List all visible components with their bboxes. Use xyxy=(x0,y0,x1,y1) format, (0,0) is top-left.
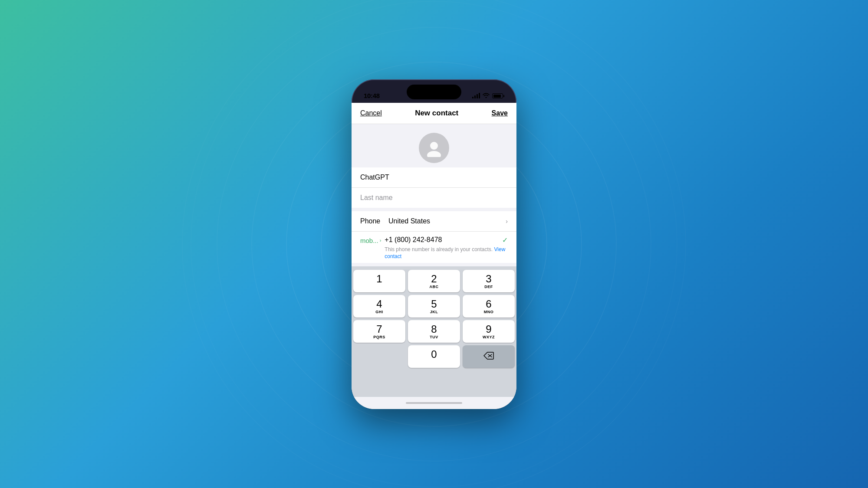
keyboard-row-1: 1 2 ABC 3 DEF xyxy=(353,270,515,292)
key-0-letters xyxy=(433,360,434,364)
battery-icon xyxy=(492,93,504,98)
key-5[interactable]: 5 JKL xyxy=(408,295,460,318)
key-1[interactable]: 1 xyxy=(353,270,405,292)
phone-type-selector[interactable]: mob... › xyxy=(360,236,381,244)
status-time: 10:48 xyxy=(364,92,380,99)
first-name-input[interactable] xyxy=(360,174,508,181)
phone-frame: 10:48 xyxy=(352,79,516,409)
mob-chevron-icon: › xyxy=(380,238,381,243)
key-4-number: 4 xyxy=(376,299,382,309)
backspace-button[interactable] xyxy=(463,345,515,368)
key-0[interactable]: 0 xyxy=(408,345,460,368)
status-icons xyxy=(472,93,504,99)
battery-body xyxy=(492,93,503,98)
country-row[interactable]: Phone United States › xyxy=(352,211,516,232)
keyboard-row-3: 7 PQRS 8 TUV 9 WXYZ xyxy=(353,320,515,343)
key-2-letters: ABC xyxy=(430,285,439,289)
signal-bar-1 xyxy=(472,97,473,98)
phone-number-display: +1 (800) 242-8478 ✓ xyxy=(385,236,508,244)
save-button[interactable]: Save xyxy=(492,109,508,117)
chevron-right-icon: › xyxy=(506,218,508,225)
avatar-area xyxy=(352,124,516,167)
key-9-number: 9 xyxy=(486,324,491,334)
key-3-letters: DEF xyxy=(484,285,493,289)
phone-number-text: +1 (800) 242-8478 xyxy=(385,236,442,244)
phone-label: Phone xyxy=(360,217,384,225)
key-8[interactable]: 8 TUV xyxy=(408,320,460,343)
phone-screen: Cancel New contact Save xyxy=(352,103,516,409)
key-6[interactable]: 6 MNO xyxy=(463,295,515,318)
key-5-letters: JKL xyxy=(430,310,438,314)
key-3-number: 3 xyxy=(486,274,491,284)
key-2[interactable]: 2 ABC xyxy=(408,270,460,292)
mob-label-text: mob... xyxy=(360,237,378,244)
key-8-number: 8 xyxy=(431,324,437,334)
name-form-section xyxy=(352,167,516,208)
key-0-number: 0 xyxy=(431,349,437,360)
key-1-number: 1 xyxy=(376,274,382,284)
phone-section: Phone United States › mob... › +1 (800) … xyxy=(352,211,516,263)
phone-duplicate-warning: This phone number is already in your con… xyxy=(385,246,508,261)
avatar xyxy=(419,133,449,163)
last-name-input[interactable] xyxy=(360,194,508,202)
svg-point-9 xyxy=(427,151,441,157)
key-1-letters xyxy=(378,285,380,289)
top-bar: Cancel New contact Save xyxy=(352,103,516,124)
signal-bars-icon xyxy=(472,93,480,98)
dynamic-island xyxy=(407,85,461,99)
key-4[interactable]: 4 GHI xyxy=(353,295,405,318)
key-3[interactable]: 3 DEF xyxy=(463,270,515,292)
signal-bar-3 xyxy=(477,94,478,98)
svg-point-8 xyxy=(430,142,438,150)
home-bar xyxy=(406,402,462,404)
key-empty xyxy=(353,345,405,368)
warning-text: This phone number is already in your con… xyxy=(385,246,493,252)
backspace-icon xyxy=(483,352,494,362)
checkmark-icon: ✓ xyxy=(502,236,508,244)
phone-number-row: mob... › +1 (800) 242-8478 ✓ This phone … xyxy=(352,232,516,263)
numeric-keyboard: 1 2 ABC 3 DEF 4 GHI 5 xyxy=(352,266,516,396)
key-2-number: 2 xyxy=(431,274,437,284)
key-9[interactable]: 9 WXYZ xyxy=(463,320,515,343)
last-name-field[interactable] xyxy=(352,188,516,208)
key-7-number: 7 xyxy=(376,324,382,334)
wifi-icon xyxy=(483,93,490,99)
first-name-field[interactable] xyxy=(352,167,516,188)
key-6-number: 6 xyxy=(486,299,491,309)
key-4-letters: GHI xyxy=(375,310,383,314)
key-5-number: 5 xyxy=(431,299,437,309)
key-7-letters: PQRS xyxy=(373,335,385,339)
cancel-button[interactable]: Cancel xyxy=(360,109,382,117)
country-selector[interactable]: United States › xyxy=(388,217,508,225)
keyboard-row-2: 4 GHI 5 JKL 6 MNO xyxy=(353,295,515,318)
signal-bar-4 xyxy=(479,93,480,98)
signal-bar-2 xyxy=(474,95,476,98)
battery-tip xyxy=(503,95,504,97)
key-9-letters: WXYZ xyxy=(483,335,495,339)
key-7[interactable]: 7 PQRS xyxy=(353,320,405,343)
phone-number-right: +1 (800) 242-8478 ✓ This phone number is… xyxy=(385,236,508,261)
country-name: United States xyxy=(388,217,430,225)
battery-fill xyxy=(493,95,501,98)
key-6-letters: MNO xyxy=(484,310,494,314)
key-8-letters: TUV xyxy=(430,335,438,339)
home-indicator xyxy=(352,397,516,409)
keyboard-row-4: 0 xyxy=(353,345,515,368)
page-title: New contact xyxy=(415,109,458,118)
